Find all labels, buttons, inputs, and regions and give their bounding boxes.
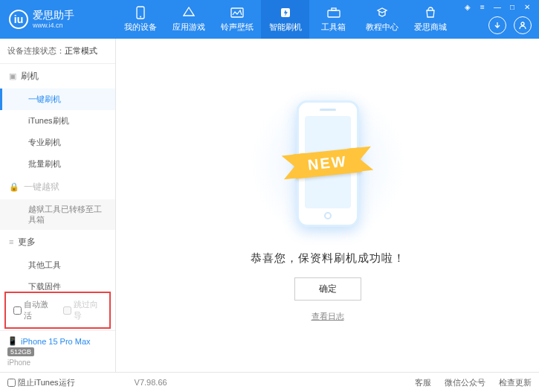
user-button[interactable] xyxy=(514,16,532,34)
nav-smart-flash[interactable]: 智能刷机 xyxy=(261,0,309,39)
toolbox-icon xyxy=(327,6,340,19)
svg-rect-4 xyxy=(328,10,340,17)
phone-icon xyxy=(134,6,147,19)
sidebar-jailbreak-note: 越狱工具已转移至工具箱 xyxy=(0,199,115,230)
app-url: www.i4.cn xyxy=(33,22,74,29)
flash-group-icon: ▣ xyxy=(9,71,16,81)
success-illustration: NEW xyxy=(268,89,387,238)
sidebar-item-pro-flash[interactable]: 专业刷机 xyxy=(0,132,115,153)
footer-support-link[interactable]: 客服 xyxy=(415,377,431,388)
success-message: 恭喜您，保资料刷机成功啦！ xyxy=(251,251,405,266)
nav-my-device[interactable]: 我的设备 xyxy=(116,0,164,39)
sidebar-item-other-tools[interactable]: 其他工具 xyxy=(0,254,115,276)
app-name: 爱思助手 xyxy=(33,10,74,21)
sidebar-group-flash[interactable]: ▣ 刷机 xyxy=(0,64,115,89)
download-button[interactable] xyxy=(488,16,506,34)
nav-apps-games[interactable]: 应用游戏 xyxy=(164,0,213,39)
nav-tutorials[interactable]: 教程中心 xyxy=(358,0,406,39)
window-controls: ◈ ≡ — □ ✕ xyxy=(462,2,533,11)
auto-activate-checkbox[interactable]: 自动激活 xyxy=(13,299,53,321)
block-itunes-checkbox[interactable]: 阻止iTunes运行 xyxy=(7,377,75,388)
device-storage-badge: 512GB xyxy=(7,347,34,356)
skin-button[interactable]: ◈ xyxy=(462,2,474,11)
footer-update-link[interactable]: 检查更新 xyxy=(499,377,532,388)
sidebar-group-jailbreak[interactable]: 🔒 一键越狱 xyxy=(0,175,115,199)
wallpaper-icon xyxy=(230,6,244,19)
sidebar: 设备连接状态：正常模式 ▣ 刷机 一键刷机 iTunes刷机 专业刷机 批量刷机… xyxy=(0,39,116,372)
sidebar-item-onekey-flash[interactable]: 一键刷机 xyxy=(0,89,115,110)
minimize-button[interactable]: — xyxy=(491,2,503,11)
sidebar-options-highlight: 自动激活 跳过向导 xyxy=(4,292,111,329)
svg-rect-5 xyxy=(332,8,336,10)
device-icon: 📱 xyxy=(7,336,18,346)
skip-guide-checkbox[interactable]: 跳过向导 xyxy=(63,299,103,321)
lock-icon: 🔒 xyxy=(9,182,19,192)
nav-ringtone-wallpaper[interactable]: 铃声壁纸 xyxy=(213,0,261,39)
app-header: iu 爱思助手 www.i4.cn 我的设备 应用游戏 铃声壁纸 智能刷机 工具… xyxy=(0,0,539,39)
header-actions xyxy=(488,16,532,34)
sidebar-item-download-firmware[interactable]: 下载固件 xyxy=(0,276,115,290)
nav-store[interactable]: 爱思商城 xyxy=(406,0,454,39)
store-icon xyxy=(424,6,437,19)
connection-status: 设备连接状态：正常模式 xyxy=(0,39,115,64)
logo-icon: iu xyxy=(9,10,28,29)
sidebar-item-itunes-flash[interactable]: iTunes刷机 xyxy=(0,110,115,132)
svg-point-1 xyxy=(140,16,141,18)
logo-area: iu 爱思助手 www.i4.cn xyxy=(0,10,116,29)
device-type: iPhone xyxy=(7,359,108,367)
main-content: NEW 恭喜您，保资料刷机成功啦！ 确定 查看日志 xyxy=(116,39,539,372)
view-log-link[interactable]: 查看日志 xyxy=(312,311,344,322)
top-nav: 我的设备 应用游戏 铃声壁纸 智能刷机 工具箱 教程中心 爱思商城 xyxy=(116,0,454,39)
nav-toolbox[interactable]: 工具箱 xyxy=(309,0,358,39)
tutorial-icon xyxy=(375,6,389,19)
svg-point-6 xyxy=(521,22,524,25)
sidebar-item-batch-flash[interactable]: 批量刷机 xyxy=(0,153,115,175)
maximize-button[interactable]: □ xyxy=(506,2,518,11)
sidebar-group-more[interactable]: ≡ 更多 xyxy=(0,230,115,254)
device-name[interactable]: 📱 iPhone 15 Pro Max xyxy=(7,336,108,346)
more-icon: ≡ xyxy=(9,237,13,246)
footer: 阻止iTunes运行 V7.98.66 客服 微信公众号 检查更新 xyxy=(0,372,539,392)
device-info: 📱 iPhone 15 Pro Max 512GB iPhone xyxy=(0,330,115,372)
menu-button[interactable]: ≡ xyxy=(477,2,488,11)
close-button[interactable]: ✕ xyxy=(521,2,533,11)
version-label: V7.98.66 xyxy=(135,378,167,387)
flash-icon xyxy=(279,6,292,19)
ok-button[interactable]: 确定 xyxy=(294,277,361,301)
footer-wechat-link[interactable]: 微信公众号 xyxy=(445,377,485,388)
apps-icon xyxy=(182,6,196,19)
